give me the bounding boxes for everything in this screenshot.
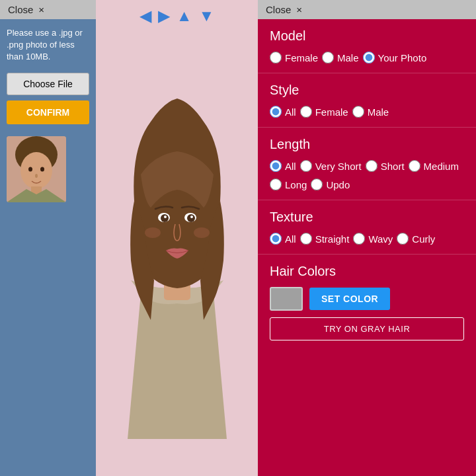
- texture-title: Texture: [270, 210, 464, 225]
- style-all-option[interactable]: All: [270, 106, 296, 118]
- color-row: SET COLOR: [270, 287, 464, 311]
- model-female-radio[interactable]: [270, 52, 282, 63]
- sidebar: Close × Please use a .jpg or .png photo …: [0, 0, 96, 476]
- length-updo-label: Updo: [326, 179, 350, 190]
- arrow-down-button[interactable]: ▼: [199, 7, 215, 25]
- texture-wavy-radio[interactable]: [353, 233, 365, 245]
- length-medium-option[interactable]: Medium: [409, 160, 459, 172]
- length-long-radio[interactable]: [270, 178, 282, 190]
- arrow-up-button[interactable]: ▲: [177, 7, 192, 25]
- texture-straight-radio[interactable]: [300, 233, 312, 245]
- model-your-photo-radio[interactable]: [363, 52, 375, 63]
- style-section: Style All Female Male: [258, 73, 476, 128]
- svg-point-12: [161, 214, 169, 222]
- length-all-option[interactable]: All: [270, 160, 296, 172]
- right-arrow-icon: ▶: [158, 7, 170, 24]
- length-very-short-option[interactable]: Very Short: [300, 160, 362, 172]
- panel-close-button[interactable]: Close ×: [258, 0, 476, 19]
- set-color-button[interactable]: SET COLOR: [309, 288, 390, 310]
- model-radio-group: Female Male Your Photo: [270, 52, 464, 63]
- model-image-area: [101, 29, 253, 426]
- texture-all-radio[interactable]: [270, 233, 282, 245]
- thumbnail-image: [7, 136, 66, 202]
- confirm-button[interactable]: CONFIRM: [7, 100, 89, 124]
- texture-straight-option[interactable]: Straight: [300, 233, 350, 245]
- hair-colors-section: Hair Colors SET COLOR TRY ON GRAY HAIR: [258, 255, 476, 350]
- length-all-radio[interactable]: [270, 160, 282, 172]
- style-female-option[interactable]: Female: [300, 106, 348, 118]
- arrow-right-button[interactable]: ▶: [158, 7, 170, 25]
- length-all-label: All: [285, 161, 296, 172]
- style-radio-group: All Female Male: [270, 106, 464, 118]
- sidebar-close-button[interactable]: Close ×: [0, 0, 96, 19]
- color-swatch[interactable]: [270, 287, 303, 311]
- sidebar-instruction: Please use a .jpg or .png photo of less …: [0, 19, 96, 70]
- length-updo-radio[interactable]: [311, 178, 323, 190]
- svg-point-5: [35, 174, 38, 178]
- svg-point-15: [190, 216, 193, 218]
- svg-point-17: [194, 227, 210, 238]
- length-long-option[interactable]: Long: [270, 178, 307, 190]
- texture-all-label: All: [285, 233, 296, 245]
- down-arrow-icon: ▼: [199, 7, 215, 24]
- nav-arrows: ◀ ▶ ▲ ▼: [139, 0, 215, 29]
- length-updo-option[interactable]: Updo: [311, 178, 350, 190]
- texture-section: Texture All Straight Wavy Curly: [258, 200, 476, 255]
- right-panel: Close × Model Female Male Your Photo Sty…: [258, 0, 476, 476]
- style-male-label: Male: [368, 106, 389, 118]
- length-radio-group: All Very Short Short Medium Long Updo: [270, 160, 464, 190]
- length-short-radio[interactable]: [366, 160, 377, 172]
- length-section: Length All Very Short Short Medium Long: [258, 128, 476, 200]
- svg-point-13: [187, 214, 195, 222]
- length-long-label: Long: [285, 179, 307, 190]
- style-all-radio[interactable]: [270, 106, 282, 118]
- model-male-label: Male: [337, 52, 359, 63]
- length-medium-radio[interactable]: [409, 160, 420, 172]
- model-svg: [101, 29, 253, 439]
- left-arrow-icon: ◀: [139, 7, 151, 24]
- model-male-option[interactable]: Male: [322, 52, 359, 63]
- model-section: Model Female Male Your Photo: [258, 19, 476, 73]
- model-female-label: Female: [285, 52, 318, 63]
- texture-radio-group: All Straight Wavy Curly: [270, 233, 464, 245]
- panel-close-icon: ×: [296, 4, 302, 15]
- svg-point-14: [164, 216, 167, 218]
- length-medium-label: Medium: [424, 161, 459, 172]
- up-arrow-icon: ▲: [177, 7, 192, 24]
- style-title: Style: [270, 83, 464, 98]
- texture-curly-label: Curly: [412, 233, 435, 245]
- model-male-radio[interactable]: [322, 52, 334, 63]
- choose-file-button[interactable]: Choose File: [7, 73, 89, 95]
- arrow-left-button[interactable]: ◀: [139, 7, 151, 25]
- style-all-label: All: [285, 106, 296, 118]
- style-male-option[interactable]: Male: [352, 106, 389, 118]
- svg-point-4: [40, 167, 44, 171]
- texture-all-option[interactable]: All: [270, 233, 296, 245]
- svg-point-3: [28, 167, 32, 171]
- hair-colors-title: Hair Colors: [270, 264, 464, 279]
- panel-close-label: Close: [266, 4, 291, 15]
- texture-curly-option[interactable]: Curly: [397, 233, 435, 245]
- texture-wavy-option[interactable]: Wavy: [353, 233, 393, 245]
- style-female-radio[interactable]: [300, 106, 312, 118]
- model-title: Model: [270, 28, 464, 44]
- style-male-radio[interactable]: [352, 106, 364, 118]
- sidebar-close-label: Close: [8, 4, 33, 15]
- sidebar-close-icon: ×: [38, 4, 44, 15]
- length-very-short-radio[interactable]: [300, 160, 312, 172]
- svg-point-16: [145, 227, 161, 238]
- model-your-photo-label: Your Photo: [378, 52, 427, 63]
- texture-curly-radio[interactable]: [397, 233, 409, 245]
- center-area: ◀ ▶ ▲ ▼: [96, 0, 258, 476]
- length-very-short-label: Very Short: [315, 161, 362, 172]
- texture-wavy-label: Wavy: [368, 233, 393, 245]
- texture-straight-label: Straight: [315, 233, 350, 245]
- try-gray-hair-button[interactable]: TRY ON GRAY HAIR: [270, 317, 464, 340]
- length-short-label: Short: [381, 161, 405, 172]
- style-female-label: Female: [315, 106, 348, 118]
- model-female-option[interactable]: Female: [270, 52, 318, 63]
- length-title: Length: [270, 137, 464, 152]
- length-short-option[interactable]: Short: [366, 160, 405, 172]
- user-photo-thumbnail: [7, 136, 66, 202]
- model-your-photo-option[interactable]: Your Photo: [363, 52, 427, 63]
